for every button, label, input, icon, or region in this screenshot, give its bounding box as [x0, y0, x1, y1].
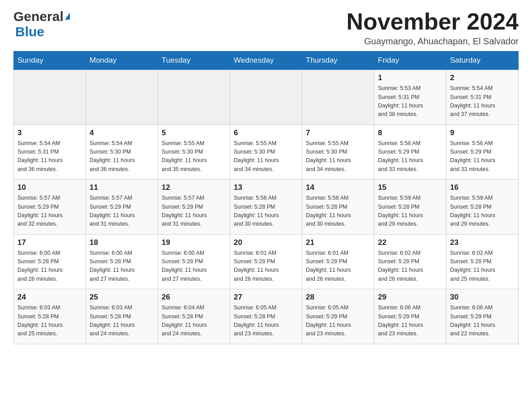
day-number: 12: [162, 183, 226, 192]
page-header: General Blue November 2024 Guaymango, Ah…: [13, 9, 519, 47]
day-number: 22: [378, 238, 442, 247]
month-title: November 2024: [347, 9, 519, 34]
weekday-header-row: SundayMondayTuesdayWednesdayThursdayFrid…: [14, 51, 519, 70]
day-number: 24: [17, 293, 82, 302]
weekday-header-friday: Friday: [374, 51, 446, 70]
calendar-cell: 25Sunrise: 6:03 AM Sunset: 5:28 PM Dayli…: [86, 289, 158, 344]
calendar-cell: [86, 70, 158, 125]
day-number: 30: [450, 293, 515, 302]
calendar-cell: 24Sunrise: 6:03 AM Sunset: 5:28 PM Dayli…: [14, 289, 86, 344]
calendar-cell: 11Sunrise: 5:57 AM Sunset: 5:29 PM Dayli…: [86, 180, 158, 235]
calendar-cell: [158, 70, 230, 125]
day-info: Sunrise: 6:00 AM Sunset: 5:28 PM Dayligh…: [90, 249, 154, 284]
day-info: Sunrise: 5:54 AM Sunset: 5:31 PM Dayligh…: [450, 84, 515, 119]
day-number: 13: [234, 183, 298, 192]
weekday-header-tuesday: Tuesday: [158, 51, 230, 70]
calendar-week-5: 24Sunrise: 6:03 AM Sunset: 5:28 PM Dayli…: [14, 289, 519, 344]
calendar-cell: 15Sunrise: 5:59 AM Sunset: 5:28 PM Dayli…: [374, 180, 446, 235]
day-info: Sunrise: 6:00 AM Sunset: 5:28 PM Dayligh…: [17, 249, 82, 284]
day-number: 16: [450, 183, 515, 192]
weekday-header-monday: Monday: [86, 51, 158, 70]
day-info: Sunrise: 5:54 AM Sunset: 5:31 PM Dayligh…: [17, 139, 82, 174]
day-info: Sunrise: 5:57 AM Sunset: 5:29 PM Dayligh…: [17, 194, 82, 229]
calendar-table: SundayMondayTuesdayWednesdayThursdayFrid…: [13, 51, 519, 344]
weekday-header-thursday: Thursday: [302, 51, 374, 70]
day-info: Sunrise: 5:56 AM Sunset: 5:29 PM Dayligh…: [378, 139, 442, 174]
calendar-cell: 7Sunrise: 5:55 AM Sunset: 5:30 PM Daylig…: [302, 124, 374, 180]
location: Guaymango, Ahuachapan, El Salvador: [347, 36, 519, 47]
day-info: Sunrise: 6:01 AM Sunset: 5:28 PM Dayligh…: [234, 249, 298, 284]
calendar-cell: 8Sunrise: 5:56 AM Sunset: 5:29 PM Daylig…: [374, 124, 446, 180]
day-number: 14: [306, 183, 370, 192]
weekday-header-saturday: Saturday: [446, 51, 519, 70]
calendar-cell: 13Sunrise: 5:58 AM Sunset: 5:28 PM Dayli…: [230, 180, 302, 235]
day-number: 1: [378, 73, 442, 82]
calendar-cell: [14, 70, 86, 125]
day-number: 19: [162, 238, 226, 247]
day-info: Sunrise: 6:03 AM Sunset: 5:28 PM Dayligh…: [17, 304, 82, 338]
day-number: 4: [90, 128, 154, 137]
calendar-cell: 12Sunrise: 5:57 AM Sunset: 5:29 PM Dayli…: [158, 180, 230, 235]
day-info: Sunrise: 6:06 AM Sunset: 5:29 PM Dayligh…: [450, 304, 515, 338]
calendar-cell: 5Sunrise: 5:55 AM Sunset: 5:30 PM Daylig…: [158, 124, 230, 180]
day-info: Sunrise: 5:56 AM Sunset: 5:29 PM Dayligh…: [450, 139, 515, 174]
day-number: 9: [450, 128, 515, 137]
calendar-cell: 14Sunrise: 5:58 AM Sunset: 5:28 PM Dayli…: [302, 180, 374, 235]
day-info: Sunrise: 6:06 AM Sunset: 5:29 PM Dayligh…: [378, 304, 442, 338]
day-number: 21: [306, 238, 370, 247]
day-info: Sunrise: 5:54 AM Sunset: 5:30 PM Dayligh…: [90, 139, 154, 174]
day-number: 29: [378, 293, 442, 302]
day-info: Sunrise: 6:01 AM Sunset: 5:28 PM Dayligh…: [306, 249, 370, 284]
calendar-header: SundayMondayTuesdayWednesdayThursdayFrid…: [14, 51, 519, 70]
day-info: Sunrise: 5:55 AM Sunset: 5:30 PM Dayligh…: [162, 139, 226, 174]
calendar-cell: 18Sunrise: 6:00 AM Sunset: 5:28 PM Dayli…: [86, 234, 158, 289]
calendar-body: 1Sunrise: 5:53 AM Sunset: 5:31 PM Daylig…: [14, 70, 519, 344]
day-number: 26: [162, 293, 226, 302]
logo-triangle-icon: [65, 13, 70, 20]
weekday-header-wednesday: Wednesday: [230, 51, 302, 70]
calendar-cell: 10Sunrise: 5:57 AM Sunset: 5:29 PM Dayli…: [14, 180, 86, 235]
calendar-cell: 17Sunrise: 6:00 AM Sunset: 5:28 PM Dayli…: [14, 234, 86, 289]
day-number: 3: [17, 128, 82, 137]
day-number: 18: [90, 238, 154, 247]
day-info: Sunrise: 5:59 AM Sunset: 5:28 PM Dayligh…: [378, 194, 442, 229]
calendar-cell: 1Sunrise: 5:53 AM Sunset: 5:31 PM Daylig…: [374, 70, 446, 125]
day-number: 20: [234, 238, 298, 247]
calendar-cell: 23Sunrise: 6:02 AM Sunset: 5:28 PM Dayli…: [446, 234, 519, 289]
day-info: Sunrise: 5:53 AM Sunset: 5:31 PM Dayligh…: [378, 84, 442, 119]
calendar-cell: 19Sunrise: 6:00 AM Sunset: 5:28 PM Dayli…: [158, 234, 230, 289]
logo-blue-text: Blue: [15, 24, 44, 39]
day-info: Sunrise: 5:58 AM Sunset: 5:28 PM Dayligh…: [306, 194, 370, 229]
day-number: 11: [90, 183, 154, 192]
day-info: Sunrise: 5:55 AM Sunset: 5:30 PM Dayligh…: [306, 139, 370, 174]
day-info: Sunrise: 6:05 AM Sunset: 5:28 PM Dayligh…: [234, 304, 298, 338]
calendar-cell: 2Sunrise: 5:54 AM Sunset: 5:31 PM Daylig…: [446, 70, 519, 125]
day-number: 25: [90, 293, 154, 302]
title-block: November 2024 Guaymango, Ahuachapan, El …: [347, 9, 519, 47]
day-number: 10: [17, 183, 82, 192]
day-info: Sunrise: 5:57 AM Sunset: 5:29 PM Dayligh…: [162, 194, 226, 229]
calendar-cell: 28Sunrise: 6:05 AM Sunset: 5:29 PM Dayli…: [302, 289, 374, 344]
calendar-week-2: 3Sunrise: 5:54 AM Sunset: 5:31 PM Daylig…: [14, 124, 519, 180]
logo-general-text: General: [13, 9, 64, 24]
calendar-cell: 3Sunrise: 5:54 AM Sunset: 5:31 PM Daylig…: [14, 124, 86, 180]
calendar-cell: 9Sunrise: 5:56 AM Sunset: 5:29 PM Daylig…: [446, 124, 519, 180]
calendar-week-1: 1Sunrise: 5:53 AM Sunset: 5:31 PM Daylig…: [14, 70, 519, 125]
calendar-cell: 20Sunrise: 6:01 AM Sunset: 5:28 PM Dayli…: [230, 234, 302, 289]
day-info: Sunrise: 5:58 AM Sunset: 5:28 PM Dayligh…: [234, 194, 298, 229]
day-number: 27: [234, 293, 298, 302]
calendar-week-3: 10Sunrise: 5:57 AM Sunset: 5:29 PM Dayli…: [14, 180, 519, 235]
day-info: Sunrise: 6:02 AM Sunset: 5:28 PM Dayligh…: [450, 249, 515, 284]
calendar-cell: 26Sunrise: 6:04 AM Sunset: 5:28 PM Dayli…: [158, 289, 230, 344]
calendar-cell: 22Sunrise: 6:02 AM Sunset: 5:28 PM Dayli…: [374, 234, 446, 289]
calendar-cell: 27Sunrise: 6:05 AM Sunset: 5:28 PM Dayli…: [230, 289, 302, 344]
logo: General Blue: [13, 9, 70, 39]
calendar-cell: [302, 70, 374, 125]
day-info: Sunrise: 6:00 AM Sunset: 5:28 PM Dayligh…: [162, 249, 226, 284]
day-number: 17: [17, 238, 82, 247]
calendar-cell: 4Sunrise: 5:54 AM Sunset: 5:30 PM Daylig…: [86, 124, 158, 180]
day-info: Sunrise: 6:03 AM Sunset: 5:28 PM Dayligh…: [90, 304, 154, 338]
day-number: 28: [306, 293, 370, 302]
day-number: 5: [162, 128, 226, 137]
calendar-week-4: 17Sunrise: 6:00 AM Sunset: 5:28 PM Dayli…: [14, 234, 519, 289]
